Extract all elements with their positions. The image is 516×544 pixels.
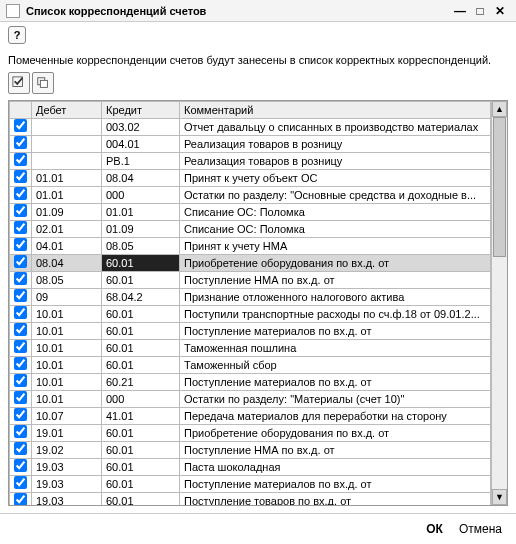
row-checkbox[interactable]: [14, 340, 27, 353]
comment-cell[interactable]: Списание ОС: Поломка: [180, 204, 491, 221]
row-checkbox[interactable]: [14, 391, 27, 404]
row-checkbox[interactable]: [14, 153, 27, 166]
cancel-button[interactable]: Отмена: [455, 520, 506, 538]
row-checkbox[interactable]: [14, 238, 27, 251]
comment-cell[interactable]: Принят к учету НМА: [180, 238, 491, 255]
debit-cell[interactable]: [32, 153, 102, 170]
row-checkbox[interactable]: [14, 408, 27, 421]
comment-cell[interactable]: Поступление материалов по вх.д. от: [180, 374, 491, 391]
table-row[interactable]: 19.0360.01Поступление товаров по вх.д. о…: [10, 493, 491, 506]
credit-cell[interactable]: 004.01: [102, 136, 180, 153]
scroll-down-arrow[interactable]: ▼: [492, 489, 507, 505]
row-checkbox[interactable]: [14, 272, 27, 285]
comment-cell[interactable]: Поступление материалов по вх.д. от: [180, 476, 491, 493]
credit-cell[interactable]: 60.01: [102, 272, 180, 289]
comment-cell[interactable]: Поступление НМА по вх.д. от: [180, 272, 491, 289]
row-checkbox-cell[interactable]: [10, 425, 32, 442]
row-checkbox-cell[interactable]: [10, 476, 32, 493]
comment-cell[interactable]: Поступили транспортные расходы по сч.ф.1…: [180, 306, 491, 323]
row-checkbox[interactable]: [14, 170, 27, 183]
col-debit[interactable]: Дебет: [32, 102, 102, 119]
row-checkbox-cell[interactable]: [10, 255, 32, 272]
row-checkbox-cell[interactable]: [10, 204, 32, 221]
debit-cell[interactable]: 10.01: [32, 357, 102, 374]
table-row[interactable]: 10.0160.01Поступление материалов по вх.д…: [10, 323, 491, 340]
comment-cell[interactable]: Таможенный сбор: [180, 357, 491, 374]
row-checkbox-cell[interactable]: [10, 238, 32, 255]
maximize-button[interactable]: □: [470, 3, 490, 19]
col-credit[interactable]: Кредит: [102, 102, 180, 119]
table-row[interactable]: 19.0160.01Приобретение оборудования по в…: [10, 425, 491, 442]
debit-cell[interactable]: 08.04: [32, 255, 102, 272]
table-row[interactable]: 19.0360.01Поступление материалов по вх.д…: [10, 476, 491, 493]
scroll-track[interactable]: [492, 117, 507, 489]
comment-cell[interactable]: Списание ОС: Поломка: [180, 221, 491, 238]
comment-cell[interactable]: Паста шоколадная: [180, 459, 491, 476]
debit-cell[interactable]: 02.01: [32, 221, 102, 238]
row-checkbox[interactable]: [14, 476, 27, 489]
credit-cell[interactable]: 01.01: [102, 204, 180, 221]
row-checkbox[interactable]: [14, 255, 27, 268]
credit-cell[interactable]: 000: [102, 187, 180, 204]
row-checkbox-cell[interactable]: [10, 119, 32, 136]
ok-button[interactable]: ОК: [422, 520, 447, 538]
toggle-check-button[interactable]: [8, 72, 30, 94]
credit-cell[interactable]: 60.21: [102, 374, 180, 391]
row-checkbox-cell[interactable]: [10, 170, 32, 187]
table-row[interactable]: 01.01000Остатки по разделу: "Основные ср…: [10, 187, 491, 204]
credit-cell[interactable]: 08.05: [102, 238, 180, 255]
comment-cell[interactable]: Поступление товаров по вх.д. от: [180, 493, 491, 506]
scroll-up-arrow[interactable]: ▲: [492, 101, 507, 117]
row-checkbox[interactable]: [14, 357, 27, 370]
comment-cell[interactable]: Приобретение оборудования по вх.д. от: [180, 255, 491, 272]
comment-cell[interactable]: Таможенная пошлина: [180, 340, 491, 357]
table-row[interactable]: 01.0108.04Принят к учету объект ОС: [10, 170, 491, 187]
debit-cell[interactable]: 09: [32, 289, 102, 306]
debit-cell[interactable]: 10.07: [32, 408, 102, 425]
row-checkbox-cell[interactable]: [10, 459, 32, 476]
comment-cell[interactable]: Принят к учету объект ОС: [180, 170, 491, 187]
row-checkbox[interactable]: [14, 136, 27, 149]
row-checkbox-cell[interactable]: [10, 136, 32, 153]
table-row[interactable]: 10.0160.21Поступление материалов по вх.д…: [10, 374, 491, 391]
row-checkbox[interactable]: [14, 442, 27, 455]
credit-cell[interactable]: 68.04.2: [102, 289, 180, 306]
vertical-scrollbar[interactable]: ▲ ▼: [491, 101, 507, 505]
credit-cell[interactable]: РВ.1: [102, 153, 180, 170]
credit-cell[interactable]: 60.01: [102, 306, 180, 323]
table-row[interactable]: 19.0360.01Паста шоколадная: [10, 459, 491, 476]
row-checkbox-cell[interactable]: [10, 272, 32, 289]
row-checkbox-cell[interactable]: [10, 442, 32, 459]
row-checkbox-cell[interactable]: [10, 153, 32, 170]
credit-cell[interactable]: 41.01: [102, 408, 180, 425]
row-checkbox[interactable]: [14, 493, 27, 505]
col-comment[interactable]: Комментарий: [180, 102, 491, 119]
credit-cell[interactable]: 003.02: [102, 119, 180, 136]
comment-cell[interactable]: Признание отложенного налогового актива: [180, 289, 491, 306]
debit-cell[interactable]: [32, 119, 102, 136]
help-button[interactable]: ?: [8, 26, 26, 44]
table-row[interactable]: 10.01000Остатки по разделу: "Материалы (…: [10, 391, 491, 408]
table-row[interactable]: РВ.1Реализация товаров в розницу: [10, 153, 491, 170]
debit-cell[interactable]: 01.09: [32, 204, 102, 221]
table-row[interactable]: 08.0460.01Приобретение оборудования по в…: [10, 255, 491, 272]
debit-cell[interactable]: 19.03: [32, 476, 102, 493]
comment-cell[interactable]: Поступление материалов по вх.д. от: [180, 323, 491, 340]
credit-cell[interactable]: 60.01: [102, 442, 180, 459]
debit-cell[interactable]: 10.01: [32, 306, 102, 323]
row-checkbox[interactable]: [14, 221, 27, 234]
row-checkbox-cell[interactable]: [10, 306, 32, 323]
table-row[interactable]: 0968.04.2Признание отложенного налоговог…: [10, 289, 491, 306]
debit-cell[interactable]: 10.01: [32, 323, 102, 340]
comment-cell[interactable]: Отчет давальцу о списанных в производств…: [180, 119, 491, 136]
debit-cell[interactable]: 01.01: [32, 187, 102, 204]
comment-cell[interactable]: Передача материалов для переработки на с…: [180, 408, 491, 425]
scroll-thumb[interactable]: [493, 117, 506, 257]
debit-cell[interactable]: 19.03: [32, 459, 102, 476]
row-checkbox-cell[interactable]: [10, 391, 32, 408]
credit-cell[interactable]: 60.01: [102, 255, 180, 272]
row-checkbox-cell[interactable]: [10, 374, 32, 391]
row-checkbox[interactable]: [14, 374, 27, 387]
close-button[interactable]: ✕: [490, 3, 510, 19]
row-checkbox-cell[interactable]: [10, 357, 32, 374]
